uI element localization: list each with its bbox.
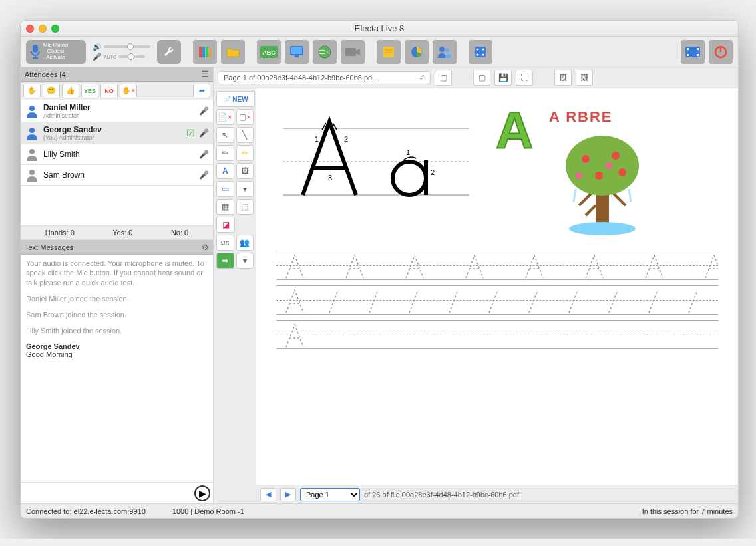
settings-button[interactable]	[157, 40, 181, 64]
select-tool[interactable]: ⬚	[236, 199, 254, 215]
participants-tool[interactable]: 👥	[236, 235, 254, 251]
go-button[interactable]: ➡	[216, 253, 234, 269]
attendees-menu-icon[interactable]: ☰	[202, 70, 209, 79]
attendee-row[interactable]: Daniel MillerAdministrator 🎤	[21, 100, 213, 122]
attendee-role: (You) Administrator	[43, 134, 182, 141]
image2-button[interactable]: 🖼	[576, 70, 593, 86]
applause-button[interactable]: 👍	[62, 84, 79, 98]
expand-icon	[473, 45, 488, 59]
insert-image-tool[interactable]: 🖼	[236, 163, 254, 179]
abc-button[interactable]: ABC	[257, 40, 281, 64]
no-button[interactable]: NO	[100, 84, 118, 98]
user-icon	[25, 168, 39, 182]
attendee-row[interactable]: Sam Brown 🎤	[21, 165, 213, 186]
chat-header: Text Messages ⚙	[21, 240, 213, 255]
pencil-tool[interactable]: ✏	[216, 145, 234, 161]
svg-text:2: 2	[344, 135, 348, 143]
svg-point-48	[566, 136, 639, 196]
attendee-name: Sam Brown	[43, 170, 195, 180]
camera-button[interactable]	[341, 40, 365, 64]
mic-toggle-button[interactable]: Mic Muted Click to Activate	[26, 40, 86, 64]
go-dropdown[interactable]: ▾	[236, 253, 254, 269]
chat-area: Your audio is connected. Your microphone…	[21, 255, 213, 503]
image-button[interactable]: 🖼	[554, 70, 572, 86]
line-tool[interactable]: ╲	[236, 127, 254, 143]
clear-feedback-button[interactable]: ✋✕	[120, 84, 137, 98]
svg-point-19	[445, 48, 449, 52]
attendee-name: Lilly Smith	[43, 150, 195, 159]
svg-rect-20	[475, 47, 486, 57]
zoom-window-button[interactable]	[51, 25, 59, 33]
blank-page-button[interactable]: ▢	[435, 70, 452, 86]
join-message: Daniel Miller joined the session.	[26, 294, 208, 303]
screen-share-button[interactable]	[285, 40, 309, 64]
svg-point-55	[569, 222, 636, 235]
canvas[interactable]: 1 2 3 1 2	[256, 88, 738, 485]
letter-demo: 1 2 3 1 2	[276, 102, 476, 221]
maximize-board-button[interactable]: ⛶	[516, 70, 533, 86]
minimize-window-button[interactable]	[39, 25, 47, 33]
poll-button[interactable]	[405, 40, 429, 64]
svg-rect-13	[345, 48, 356, 56]
svg-point-42	[393, 162, 426, 195]
svg-point-22	[482, 48, 484, 50]
pointer-tool[interactable]: ↖	[216, 127, 234, 143]
smile-button[interactable]: 🙂	[43, 84, 60, 98]
eraser-tool[interactable]: ◪	[216, 217, 235, 233]
svg-rect-27	[687, 54, 689, 56]
notes-button[interactable]	[377, 40, 401, 64]
next-page-button[interactable]: ▶	[280, 488, 296, 501]
app-window: Electa Live 8 Mic Muted Click to Activat…	[20, 20, 739, 519]
raise-hand-button[interactable]: ✋	[23, 84, 41, 98]
highlighter-tool[interactable]: ✏	[236, 145, 254, 161]
prev-page-button[interactable]: ◀	[260, 488, 276, 501]
join-message: Lilly Smith joined the session.	[26, 326, 208, 335]
chat-input[interactable]	[23, 488, 194, 499]
text-tool[interactable]: A	[216, 163, 234, 179]
svg-point-12	[319, 46, 331, 58]
delete-page-button[interactable]: 📄✕	[216, 109, 234, 125]
new-page-button[interactable]: 📄NEW	[216, 91, 255, 107]
whiteboard-header: Page 1 of 00a28e3f-4d48-4b12-b9bc-60b6.p…	[214, 67, 738, 88]
web-button[interactable]	[313, 40, 337, 64]
fit-button[interactable]: ▢	[473, 70, 490, 86]
attendees-header: Attendees [4] ☰	[21, 67, 213, 82]
attendee-name: George Sandev	[43, 125, 182, 134]
symbols-tool[interactable]: Ωπ	[216, 235, 234, 251]
page-info: of 26 of file 00a28e3f-4d48-4b12-b9bc-60…	[364, 491, 519, 499]
speaker-icon: 🔊	[93, 43, 102, 51]
record-button[interactable]	[681, 40, 705, 64]
clear-page-button[interactable]: ▢✕	[236, 109, 254, 125]
chat-settings-icon[interactable]: ⚙	[202, 243, 209, 252]
save-board-button[interactable]: 💾	[494, 70, 512, 86]
shape-dropdown[interactable]: ▾	[236, 181, 254, 197]
share-button[interactable]: ➦	[193, 84, 210, 98]
send-button[interactable]: ▶	[194, 485, 210, 501]
grid-tool[interactable]: ▦	[216, 199, 234, 215]
yes-button[interactable]: YES	[81, 84, 98, 98]
fullscreen-button[interactable]	[469, 40, 492, 64]
monitor-icon	[289, 45, 305, 59]
library-button[interactable]	[193, 40, 217, 64]
svg-text:1: 1	[406, 148, 410, 156]
attendee-row[interactable]: Lilly Smith 🎤	[21, 144, 213, 165]
files-button[interactable]	[221, 40, 245, 64]
page-dropdown[interactable]: Page 1 of 00a28e3f-4d48-4b12-b9bc-60b6.p…	[218, 71, 431, 84]
speaker-volume-slider[interactable]	[104, 45, 150, 48]
film-icon	[684, 45, 701, 59]
mic-volume-slider[interactable]	[118, 55, 145, 58]
svg-point-50	[612, 152, 620, 160]
svg-point-54	[606, 162, 612, 169]
mic-on-icon: 🎤	[199, 106, 209, 116]
svg-point-18	[439, 47, 445, 52]
attendee-row[interactable]: George Sandev(You) Administrator ☑ 🎤	[21, 122, 213, 144]
folder-icon	[225, 44, 241, 60]
page-select[interactable]: Page 1	[300, 488, 360, 501]
abc-icon: ABC	[260, 45, 278, 59]
exit-button[interactable]	[709, 40, 733, 64]
close-window-button[interactable]	[26, 25, 34, 33]
users-button[interactable]	[433, 40, 457, 64]
shape-tool[interactable]: ▭	[216, 181, 234, 197]
svg-text:2: 2	[431, 168, 435, 176]
microphone-icon	[29, 43, 42, 61]
